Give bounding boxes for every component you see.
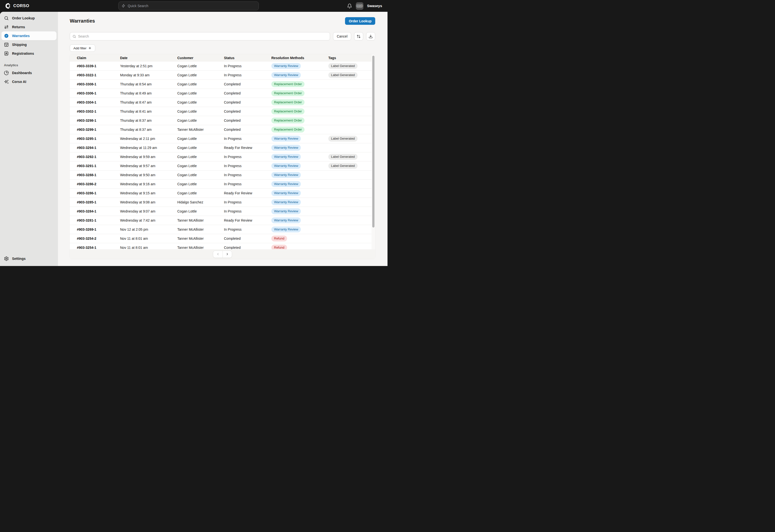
download-button[interactable] <box>366 32 375 40</box>
resolution-cell: Replacement Order <box>271 81 328 87</box>
resolution-cell: Replacement Order <box>271 90 328 96</box>
resolution-badge: Warranty Review <box>271 172 301 178</box>
order-lookup-button[interactable]: Order Lookup <box>345 17 375 25</box>
lightning-icon <box>122 4 125 8</box>
add-filter-button[interactable]: Add filter <box>70 44 95 52</box>
resolution-cell: Replacement Order <box>271 99 328 105</box>
chevron-left-icon <box>216 252 220 256</box>
table-search-input[interactable] <box>78 34 327 38</box>
table-row[interactable]: #903-3302-1 Thursday at 8:41 am Cogan Lo… <box>70 107 375 116</box>
status-cell: In Progress <box>224 182 271 186</box>
tags-cell: Label Generated <box>328 63 375 69</box>
table-row[interactable]: #903-3306-1 Thursday at 8:49 am Cogan Lo… <box>70 89 375 98</box>
resolution-badge: Replacement Order <box>271 108 304 114</box>
quick-search[interactable] <box>118 1 259 10</box>
customer-cell: Tanner McAllister <box>177 227 224 231</box>
next-page-button[interactable] <box>222 251 232 258</box>
previous-page-button[interactable] <box>213 251 222 258</box>
sidebar-item-warranties[interactable]: Warranties <box>1 31 56 40</box>
customer-cell: Cogan Lottle <box>177 100 224 104</box>
customer-cell: Cogan Lottle <box>177 209 224 213</box>
cancel-button[interactable]: Cancel <box>333 32 351 40</box>
tags-cell: Label Generated <box>328 163 375 169</box>
table-row[interactable]: #903-3281-1 Wednesday at 7:42 am Tanner … <box>70 216 375 225</box>
avatar[interactable]: ooni <box>356 2 363 10</box>
table-row[interactable]: #903-3294-1 Wednesday at 11:29 am Cogan … <box>70 143 375 152</box>
resolution-cell: Replacement Order <box>271 108 328 114</box>
user-name[interactable]: Swaseys <box>367 4 382 8</box>
table-row[interactable]: #903-3304-1 Thursday at 8:47 am Cogan Lo… <box>70 98 375 107</box>
contact-card-icon <box>4 51 9 56</box>
resolution-badge: Warranty Review <box>271 163 301 169</box>
resolution-cell: Warranty Review <box>271 181 328 187</box>
tags-cell: Label Generated <box>328 154 375 160</box>
table-row[interactable]: #903-3299-1 Thursday at 8:37 am Tanner M… <box>70 125 375 134</box>
table-row[interactable]: #903-3292-1 Wednesday at 9:59 am Cogan L… <box>70 152 375 161</box>
sidebar-item-label: Settings <box>12 257 26 261</box>
sidebar-item-order-lookup[interactable]: Order Lookup <box>1 14 56 23</box>
sidebar-item-returns[interactable]: Returns <box>1 23 56 31</box>
date-cell: Wednesday at 9:16 am <box>120 182 177 186</box>
date-cell: Thursday at 8:47 am <box>120 100 177 104</box>
table-row[interactable]: #903-3286-2 Wednesday at 9:16 am Cogan L… <box>70 180 375 189</box>
date-cell: Wednesday at 9:08 am <box>120 200 177 204</box>
table-body: #903-3339-1 Yesterday at 2:51 pm Cogan L… <box>70 62 375 249</box>
claim-cell: #903-3295-1 <box>77 137 120 141</box>
pagination-bar <box>70 249 375 259</box>
claim-cell: #903-3288-1 <box>77 173 120 177</box>
table-row[interactable]: #903-3295-1 Wednesday at 2:11 pm Cogan L… <box>70 134 375 143</box>
claim-cell: #903-3286-1 <box>77 191 120 195</box>
claim-cell: #903-3299-1 <box>77 128 120 132</box>
scrollbar-thumb[interactable] <box>372 56 374 227</box>
sidebar-item-label: Warranties <box>12 34 30 38</box>
table-row[interactable]: #903-3291-1 Wednesday at 9:57 am Cogan L… <box>70 161 375 171</box>
sparkles-icon <box>4 79 9 84</box>
corso-logo[interactable]: CORSO <box>5 3 29 9</box>
sort-button[interactable] <box>354 32 363 40</box>
table-row[interactable]: #903-3285-1 Wednesday at 9:08 am Hidalgo… <box>70 198 375 207</box>
resolution-badge: Warranty Review <box>271 217 301 223</box>
sidebar-item-shipping[interactable]: Shipping <box>1 40 56 49</box>
resolution-cell: Warranty Review <box>271 226 328 232</box>
search-icon <box>4 16 9 21</box>
sidebar-item-dashboards[interactable]: Dashboards <box>1 68 56 77</box>
table-row[interactable]: #903-3308-1 Thursday at 8:54 am Cogan Lo… <box>70 80 375 89</box>
table-row[interactable]: #903-3286-1 Wednesday at 9:15 am Cogan L… <box>70 189 375 198</box>
customer-cell: Cogan Lottle <box>177 91 224 95</box>
table-row[interactable]: #903-3269-1 Nov 12 at 2:05 pm Tanner McA… <box>70 225 375 234</box>
table-row[interactable]: #903-3254-1 Nov 11 at 8:01 am Tanner McA… <box>70 243 375 249</box>
tags-cell: Label Generated <box>328 136 375 142</box>
resolution-cell: Warranty Review <box>271 163 328 169</box>
quick-search-input[interactable] <box>128 4 256 8</box>
table-search[interactable] <box>70 32 330 40</box>
table-row[interactable]: #903-3322-1 Monday at 9:33 am Cogan Lott… <box>70 71 375 80</box>
warranties-table: Claim Date Customer Status Resolution Me… <box>70 54 375 259</box>
claim-cell: #903-3306-1 <box>77 91 120 95</box>
resolution-badge: Replacement Order <box>271 81 304 87</box>
sort-arrows-icon <box>356 34 361 39</box>
sidebar-item-corso-ai[interactable]: Corso AI <box>1 77 56 86</box>
table-row[interactable]: #903-3298-1 Thursday at 8:37 am Cogan Lo… <box>70 116 375 125</box>
tags-cell: Label Generated <box>328 72 375 78</box>
gear-icon <box>4 256 9 261</box>
notifications-bell-icon[interactable] <box>347 3 352 9</box>
main-content: Warranties Order Lookup Cancel <box>58 12 388 266</box>
sidebar-item-settings[interactable]: Settings <box>1 254 56 263</box>
resolution-badge: Refund <box>271 245 287 249</box>
date-cell: Thursday at 8:41 am <box>120 109 177 113</box>
sidebar: Order Lookup Returns Warranties Shipping… <box>0 12 58 266</box>
table-row[interactable]: #903-3254-2 Nov 11 at 8:01 am Tanner McA… <box>70 234 375 243</box>
table-row[interactable]: #903-3339-1 Yesterday at 2:51 pm Cogan L… <box>70 62 375 71</box>
date-cell: Wednesday at 9:59 am <box>120 155 177 159</box>
table-row[interactable]: #903-3288-1 Wednesday at 9:50 am Cogan L… <box>70 171 375 180</box>
page-title: Warranties <box>70 18 95 24</box>
resolution-cell: Warranty Review <box>271 136 328 142</box>
customer-cell: Cogan Lottle <box>177 73 224 77</box>
tag-badge: Label Generated <box>328 63 357 69</box>
claim-cell: #903-3304-1 <box>77 100 120 104</box>
customer-cell: Tanner McAllister <box>177 246 224 249</box>
date-cell: Nov 11 at 8:01 am <box>120 237 177 240</box>
status-cell: In Progress <box>224 209 271 213</box>
table-row[interactable]: #903-3284-1 Wednesday at 9:07 am Cogan L… <box>70 207 375 216</box>
sidebar-item-registrations[interactable]: Registrations <box>1 49 56 58</box>
